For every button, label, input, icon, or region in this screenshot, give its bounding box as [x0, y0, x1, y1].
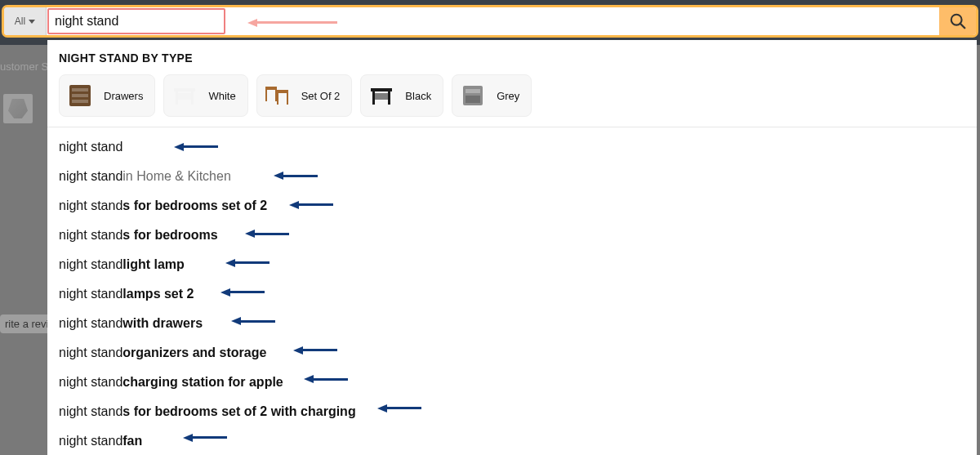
department-dropdown[interactable]: All	[4, 7, 47, 35]
suggestion-item[interactable]: night stands for bedrooms set of 2 with …	[59, 397, 977, 426]
suggestion-department: in Home & Kitchen	[122, 169, 231, 184]
svg-rect-5	[72, 100, 88, 103]
suggestion-item[interactable]: night stand with drawers	[59, 309, 977, 338]
suggestion-completion: light lamp	[122, 257, 185, 272]
svg-rect-10	[265, 87, 277, 90]
svg-rect-22	[466, 96, 480, 103]
suggestion-completion: with drawers	[122, 316, 203, 331]
search-suggestions-flyout: NIGHT STAND BY TYPE DrawersWhiteSet Of 2…	[47, 40, 977, 455]
suggestion-item[interactable]: night stands for bedrooms	[59, 221, 977, 250]
suggestion-item[interactable]: night stand lamps set 2	[59, 279, 977, 309]
svg-rect-13	[277, 90, 288, 93]
suggestion-completion: s for bedrooms set of 2 with charging	[122, 404, 355, 419]
search-input-wrap	[47, 7, 939, 35]
suggestion-base: night stand	[59, 140, 122, 154]
department-dropdown-label: All	[15, 16, 25, 27]
svg-rect-9	[177, 93, 192, 100]
svg-rect-3	[72, 88, 88, 91]
suggestion-completion: fan	[122, 434, 142, 448]
suggestion-base: night stand	[59, 287, 122, 301]
svg-rect-14	[277, 93, 278, 105]
suggestion-completion: s for bedrooms set of 2	[122, 199, 267, 213]
type-chip[interactable]: Grey	[452, 74, 532, 117]
type-chip-label: Set Of 2	[301, 90, 341, 102]
type-chip-label: Grey	[497, 90, 519, 102]
suggestion-item[interactable]: night stand organizers and storage	[59, 338, 977, 368]
search-input[interactable]	[47, 7, 226, 35]
suggestion-item[interactable]: night stand in Home & Kitchen	[59, 162, 977, 191]
search-button[interactable]	[939, 7, 976, 35]
suggestion-base: night stand	[59, 434, 122, 448]
type-chip[interactable]: Set Of 2	[256, 74, 353, 117]
suggestion-base: night stand	[59, 404, 122, 419]
chevron-down-icon	[29, 20, 35, 24]
svg-rect-6	[174, 88, 195, 91]
svg-rect-11	[265, 90, 267, 101]
type-chip[interactable]: Black	[360, 74, 443, 117]
suggestion-item[interactable]: night stand fan	[59, 426, 977, 455]
type-chip-thumb	[262, 80, 293, 111]
suggestion-completion: lamps set 2	[122, 287, 194, 301]
type-chip-label: Drawers	[104, 90, 143, 102]
search-icon	[949, 12, 967, 30]
suggestion-base: night stand	[59, 316, 122, 331]
svg-rect-16	[371, 88, 392, 91]
type-chip[interactable]: White	[163, 74, 247, 117]
suggestion-base: night stand	[59, 169, 122, 184]
suggestion-base: night stand	[59, 228, 122, 243]
type-chip-thumb	[457, 80, 488, 111]
type-chip-thumb	[65, 80, 96, 111]
suggestion-completion: charging station for apple	[122, 375, 283, 390]
svg-line-1	[960, 24, 964, 29]
suggestion-item[interactable]: night stands for bedrooms set of 2	[59, 191, 977, 221]
suggestion-base: night stand	[59, 346, 122, 360]
search-bar: All	[2, 5, 978, 38]
type-chip-thumb	[169, 80, 200, 111]
type-chip-row: DrawersWhiteSet Of 2BlackGrey	[59, 74, 977, 117]
type-chip[interactable]: Drawers	[59, 74, 155, 117]
type-chip-thumb	[366, 80, 397, 111]
divider	[47, 127, 977, 127]
suggestion-base: night stand	[59, 199, 122, 213]
svg-rect-21	[466, 89, 480, 93]
suggestion-item[interactable]: night stand charging station for apple	[59, 368, 977, 397]
svg-rect-12	[275, 90, 277, 101]
type-heading: NIGHT STAND BY TYPE	[59, 51, 977, 65]
svg-rect-15	[287, 93, 288, 105]
type-chip-label: Black	[405, 90, 431, 102]
suggestion-list: night standnight stand in Home & Kitchen…	[59, 132, 977, 455]
suggestion-completion: organizers and storage	[122, 346, 266, 360]
svg-rect-4	[72, 94, 88, 97]
suggestion-item[interactable]: night stand	[59, 132, 977, 162]
type-chip-label: White	[208, 90, 235, 102]
suggestion-completion: s for bedrooms	[122, 228, 217, 243]
suggestion-base: night stand	[59, 375, 122, 390]
suggestion-base: night stand	[59, 257, 122, 272]
svg-rect-19	[374, 93, 389, 100]
suggestion-item[interactable]: night stand light lamp	[59, 250, 977, 279]
